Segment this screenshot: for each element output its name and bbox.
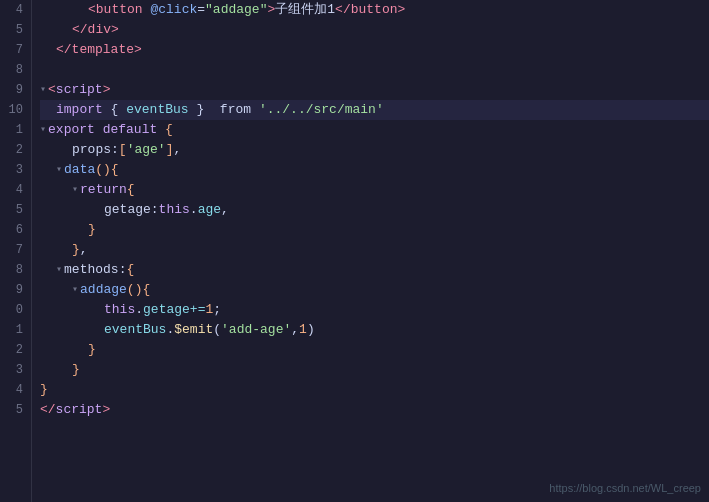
code-content[interactable]: <button @click="addage">子组件加1</button> <… <box>32 0 709 502</box>
code-line: </script> <box>40 400 709 420</box>
code-line: <button @click="addage">子组件加1</button> <box>40 0 709 20</box>
code-editor: 4 5 7 8 9 10 1 2 3 4 5 6 7 8 9 0 1 2 3 4… <box>0 0 709 502</box>
collapse-arrow[interactable]: ▾ <box>72 180 78 200</box>
collapse-arrow[interactable]: ▾ <box>40 120 46 140</box>
code-line: ▾ methods: { <box>40 260 709 280</box>
code-line: eventBus . $emit ( 'add-age' , 1 ) <box>40 320 709 340</box>
line-numbers: 4 5 7 8 9 10 1 2 3 4 5 6 7 8 9 0 1 2 3 4… <box>0 0 32 502</box>
collapse-arrow[interactable]: ▾ <box>72 280 78 300</box>
code-line: } , <box>40 240 709 260</box>
code-line: ▾ data () { <box>40 160 709 180</box>
collapse-arrow[interactable]: ▾ <box>56 160 62 180</box>
code-line: import { eventBus } from '../../src/main… <box>40 100 709 120</box>
code-line: getage: this . age , <box>40 200 709 220</box>
collapse-arrow[interactable]: ▾ <box>56 260 62 280</box>
code-line: } <box>40 220 709 240</box>
code-line: } <box>40 380 709 400</box>
code-line: } <box>40 340 709 360</box>
code-line: </div> <box>40 20 709 40</box>
code-line: ▾ addage () { <box>40 280 709 300</box>
code-line <box>40 60 709 80</box>
code-line: ▾ export default { <box>40 120 709 140</box>
code-line: </template> <box>40 40 709 60</box>
code-area: 4 5 7 8 9 10 1 2 3 4 5 6 7 8 9 0 1 2 3 4… <box>0 0 709 502</box>
code-line: ▾ <script> <box>40 80 709 100</box>
code-line: this . getage += 1 ; <box>40 300 709 320</box>
code-line: ▾ return { <box>40 180 709 200</box>
code-line: } <box>40 360 709 380</box>
collapse-arrow[interactable]: ▾ <box>40 80 46 100</box>
code-line: props: [ 'age' ] , <box>40 140 709 160</box>
watermark: https://blog.csdn.net/WL_creep <box>549 482 701 494</box>
